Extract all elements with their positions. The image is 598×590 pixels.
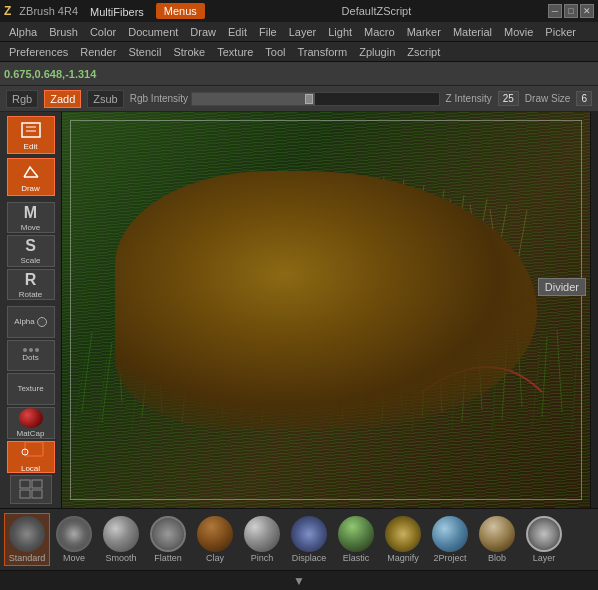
menu-macro[interactable]: Macro (359, 25, 400, 39)
menu-marker[interactable]: Marker (402, 25, 446, 39)
canvas-image: Divider (62, 112, 590, 508)
2project-brush-icon (432, 516, 468, 552)
menu-document[interactable]: Document (123, 25, 183, 39)
selection-box (70, 120, 582, 500)
menu-bar-1: Alpha Brush Color Document Draw Edit Fil… (0, 22, 598, 42)
menu-edit[interactable]: Edit (223, 25, 252, 39)
smooth-brush-icon (103, 516, 139, 552)
menu-stroke[interactable]: Stroke (168, 45, 210, 59)
menu-tool[interactable]: Tool (260, 45, 290, 59)
local-label: Local (21, 464, 40, 473)
brush-displace[interactable]: Displace (286, 514, 332, 565)
menu-preferences[interactable]: Preferences (4, 45, 73, 59)
menu-zscript[interactable]: Zscript (402, 45, 445, 59)
menu-zplugin[interactable]: Zplugin (354, 45, 400, 59)
flatten-brush-label: Flatten (154, 553, 182, 563)
svg-rect-10 (32, 490, 42, 498)
pinch-brush-label: Pinch (251, 553, 274, 563)
toolbar: 0.675,0.648,-1.314 (0, 62, 598, 86)
brush-pinch[interactable]: Pinch (239, 514, 285, 565)
grid-button[interactable] (10, 475, 52, 504)
app-name: ZBrush 4R4 (19, 5, 78, 17)
menu-texture[interactable]: Texture (212, 45, 258, 59)
menu-alpha[interactable]: Alpha (4, 25, 42, 39)
vertical-scrollbar[interactable] (590, 112, 598, 508)
canvas-row: Divider (62, 112, 598, 508)
zadd-button[interactable]: Zadd (44, 90, 81, 108)
alpha-indicator (37, 317, 47, 327)
left-sidebar: Edit Draw M Move S Scale R Rotate Alpha (0, 112, 62, 508)
move-tool-button[interactable]: M Move (7, 202, 55, 233)
menus-button[interactable]: Menus (156, 3, 205, 19)
brush-2project[interactable]: 2Project (427, 514, 473, 565)
edit-label: Edit (24, 142, 38, 151)
move-brush-label: Move (63, 553, 85, 563)
dots-button[interactable]: Dots (7, 340, 55, 371)
menu-transform[interactable]: Transform (292, 45, 352, 59)
texture-button[interactable]: Texture (7, 373, 55, 404)
controls-bar: Rgb Zadd Zsub Rgb Intensity Z Intensity … (0, 86, 598, 112)
magnify-brush-icon (385, 516, 421, 552)
minimize-button[interactable]: ─ (548, 4, 562, 18)
scale-tool-button[interactable]: S Scale (7, 235, 55, 266)
menu-light[interactable]: Light (323, 25, 357, 39)
draw-label: Draw (21, 184, 40, 193)
menu-color[interactable]: Color (85, 25, 121, 39)
maximize-button[interactable]: □ (564, 4, 578, 18)
menu-stencil[interactable]: Stencil (123, 45, 166, 59)
rotate-tool-button[interactable]: R Rotate (7, 269, 55, 300)
coordinates-display: 0.675,0.648,-1.314 (4, 68, 96, 80)
flatten-brush-icon (150, 516, 186, 552)
scale-label: Scale (20, 256, 40, 265)
canvas-area[interactable]: Divider (62, 112, 590, 508)
canvas-wrapper: Divider (62, 112, 598, 508)
svg-rect-4 (19, 445, 35, 459)
brush-blob[interactable]: Blob (474, 514, 520, 565)
rgb-intensity-slider[interactable]: Rgb Intensity (130, 92, 440, 106)
matcap-button[interactable]: MatCap (7, 407, 55, 439)
menu-brush[interactable]: Brush (44, 25, 83, 39)
menu-file[interactable]: File (254, 25, 282, 39)
svg-rect-8 (32, 480, 42, 488)
menu-movie[interactable]: Movie (499, 25, 538, 39)
menu-picker[interactable]: Picker (540, 25, 581, 39)
alpha-button[interactable]: Alpha (7, 306, 55, 337)
brush-standard[interactable]: Standard (4, 513, 50, 566)
brush-magnify[interactable]: Magnify (380, 514, 426, 565)
menu-bar-2: Preferences Render Stencil Stroke Textur… (0, 42, 598, 62)
texture-label: Texture (17, 384, 43, 393)
menu-draw[interactable]: Draw (185, 25, 221, 39)
edit-tool-button[interactable]: Edit (7, 116, 55, 154)
brush-move[interactable]: Move (51, 514, 97, 565)
draw-tool-button[interactable]: Draw (7, 158, 55, 196)
menu-render[interactable]: Render (75, 45, 121, 59)
menu-material[interactable]: Material (448, 25, 497, 39)
edit-icon (17, 119, 45, 141)
brush-layer[interactable]: Layer (521, 514, 567, 565)
displace-brush-icon (291, 516, 327, 552)
dots-icon (23, 348, 39, 352)
clay-brush-icon (197, 516, 233, 552)
zsub-button[interactable]: Zsub (87, 90, 123, 108)
rgb-button[interactable]: Rgb (6, 90, 38, 108)
standard-brush-icon (9, 516, 45, 552)
brush-flatten[interactable]: Flatten (145, 514, 191, 565)
pinch-brush-icon (244, 516, 280, 552)
rgb-intensity-label: Rgb Intensity (130, 93, 188, 104)
script-area: DefaultZScript (209, 5, 544, 17)
matcap-label: MatCap (16, 429, 44, 438)
menu-layer[interactable]: Layer (284, 25, 322, 39)
close-button[interactable]: ✕ (580, 4, 594, 18)
draw-size-label: Draw Size (525, 93, 571, 104)
svg-rect-0 (22, 123, 40, 137)
svg-rect-9 (20, 490, 30, 498)
standard-brush-label: Standard (9, 553, 46, 563)
brush-elastic[interactable]: Elastic (333, 514, 379, 565)
dots-label: Dots (22, 353, 38, 362)
move-brush-icon (56, 516, 92, 552)
brush-smooth[interactable]: Smooth (98, 514, 144, 565)
local-button[interactable]: Local (7, 441, 55, 473)
layer-brush-icon (526, 516, 562, 552)
brush-clay[interactable]: Clay (192, 514, 238, 565)
brush-name: MultiFibers (90, 6, 144, 18)
